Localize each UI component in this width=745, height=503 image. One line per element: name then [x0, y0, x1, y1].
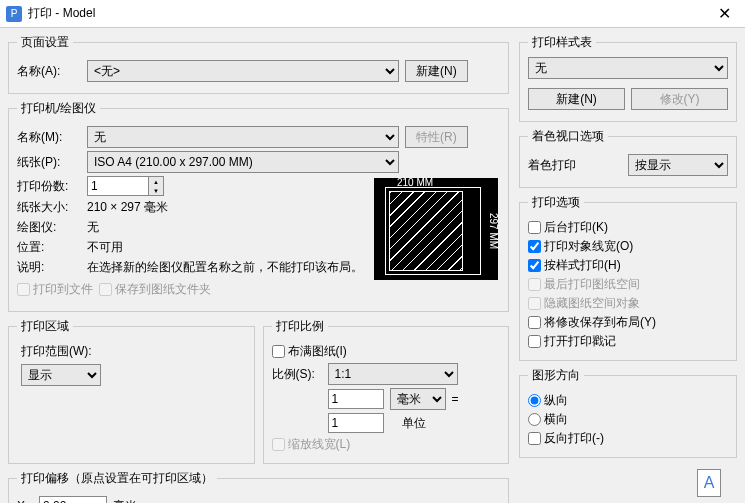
desc-label: 说明: — [17, 259, 81, 276]
location-value: 不可用 — [87, 239, 123, 256]
copies-spinner[interactable]: ▲▼ — [87, 176, 164, 196]
orientation-icon: A — [697, 469, 721, 497]
scale-label: 比例(S): — [272, 366, 322, 383]
location-label: 位置: — [17, 239, 81, 256]
spinner-up-icon[interactable]: ▲ — [149, 177, 163, 186]
shade-select[interactable]: 按显示 — [628, 154, 728, 176]
rb-portrait[interactable]: 纵向 — [528, 392, 728, 409]
printer-props-button: 特性(R) — [405, 126, 468, 148]
orient-legend: 图形方向 — [528, 367, 584, 384]
plot-range-label: 打印范围(W): — [21, 343, 246, 360]
plotter-value: 无 — [87, 219, 99, 236]
scale-mm-input[interactable] — [328, 389, 384, 409]
offset-group: 打印偏移（原点设置在可打印区域） X: 毫米 Y: 毫米 居中打印(C) — [8, 470, 509, 503]
titlebar: P 打印 - Model ✕ — [0, 0, 745, 28]
plot-scale-legend: 打印比例 — [272, 318, 328, 335]
shade-legend: 着色视口选项 — [528, 128, 608, 145]
plot-area-group: 打印区域 打印范围(W): 显示 — [8, 318, 255, 464]
desc-value: 在选择新的绘图仪配置名称之前，不能打印该布局。 — [87, 259, 363, 276]
plotter-label: 绘图仪: — [17, 219, 81, 236]
cb-stamp[interactable]: 打开打印戳记 — [528, 333, 728, 350]
offset-legend: 打印偏移（原点设置在可打印区域） — [17, 470, 217, 487]
close-icon[interactable]: ✕ — [710, 4, 739, 23]
style-select[interactable]: 无 — [528, 57, 728, 79]
paper-label: 纸张(P): — [17, 154, 81, 171]
orient-group: 图形方向 纵向 横向 反向打印(-) — [519, 367, 737, 458]
papersize-value: 210 × 297 毫米 — [87, 199, 168, 216]
offset-x-input[interactable] — [39, 496, 107, 503]
cb-scale-lw: 缩放线宽(L) — [272, 436, 501, 453]
preview-height-label: 297 MM — [488, 213, 499, 249]
style-group: 打印样式表 无 新建(N) 修改(Y) — [519, 34, 737, 122]
cb-background[interactable]: 后台打印(K) — [528, 219, 728, 236]
shade-group: 着色视口选项 着色打印 按显示 — [519, 128, 737, 188]
copies-label: 打印份数: — [17, 178, 81, 195]
pagesetup-new-button[interactable]: 新建(N) — [405, 60, 468, 82]
paper-select[interactable]: ISO A4 (210.00 x 297.00 MM) — [87, 151, 399, 173]
papersize-label: 纸张大小: — [17, 199, 81, 216]
cb-save[interactable]: 将修改保存到布局(Y) — [528, 314, 728, 331]
scale-select[interactable]: 1:1 — [328, 363, 458, 385]
cb-style[interactable]: 按样式打印(H) — [528, 257, 728, 274]
pagesetup-name-label: 名称(A): — [17, 63, 81, 80]
pagesetup-name-select[interactable]: <无> — [87, 60, 399, 82]
printer-legend: 打印机/绘图仪 — [17, 100, 100, 117]
page-setup-legend: 页面设置 — [17, 34, 73, 51]
options-group: 打印选项 后台打印(K) 打印对象线宽(O) 按样式打印(H) 最后打印图纸空间… — [519, 194, 737, 361]
app-icon: P — [6, 6, 22, 22]
printer-name-select[interactable]: 无 — [87, 126, 399, 148]
cb-fit[interactable]: 布满图纸(I) — [272, 343, 501, 360]
scale-unit-select[interactable]: 毫米 — [390, 388, 446, 410]
cb-hide: 隐藏图纸空间对象 — [528, 295, 728, 312]
cb-savepaper: 保存到图纸文件夹 — [99, 281, 211, 298]
offset-x-label: X: — [17, 499, 33, 503]
copies-input[interactable] — [87, 176, 149, 196]
cb-lineweight[interactable]: 打印对象线宽(O) — [528, 238, 728, 255]
cb-last: 最后打印图纸空间 — [528, 276, 728, 293]
scale-unit-input[interactable] — [328, 413, 384, 433]
cb-reverse[interactable]: 反向打印(-) — [528, 430, 728, 447]
printer-name-label: 名称(M): — [17, 129, 81, 146]
paper-preview: 210 MM 297 MM — [374, 178, 498, 280]
cb-tofile: 打印到文件 — [17, 281, 93, 298]
offset-x-unit: 毫米 — [113, 498, 137, 504]
page-setup-group: 页面设置 名称(A): <无> 新建(N) — [8, 34, 509, 94]
scale-unit-label: 单位 — [402, 415, 426, 432]
window-title: 打印 - Model — [28, 5, 710, 22]
scale-eq: = — [452, 392, 459, 406]
options-legend: 打印选项 — [528, 194, 584, 211]
style-edit-button: 修改(Y) — [631, 88, 728, 110]
rb-landscape[interactable]: 横向 — [528, 411, 728, 428]
plot-area-legend: 打印区域 — [17, 318, 73, 335]
style-legend: 打印样式表 — [528, 34, 596, 51]
spinner-down-icon[interactable]: ▼ — [149, 186, 163, 195]
plot-scale-group: 打印比例 布满图纸(I) 比例(S): 1:1 毫米 = 单位 缩放线宽 — [263, 318, 510, 464]
shade-label: 着色打印 — [528, 157, 622, 174]
plot-range-select[interactable]: 显示 — [21, 364, 101, 386]
style-new-button[interactable]: 新建(N) — [528, 88, 625, 110]
